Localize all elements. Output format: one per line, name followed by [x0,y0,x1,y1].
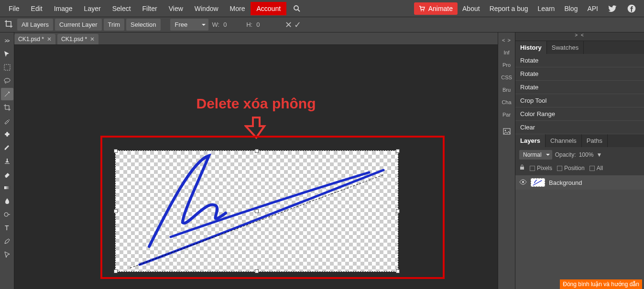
width-value[interactable]: 0 [223,21,242,28]
opacity-value[interactable]: 100% [579,151,594,158]
history-item[interactable]: Crop Tool [515,94,644,107]
menu-select[interactable]: Select [107,2,137,15]
crop-tool[interactable] [1,101,13,114]
image-icon[interactable] [498,124,515,139]
link-report-bug[interactable]: Report a bug [485,2,533,15]
dodge-tool[interactable] [1,208,13,221]
opt-current-layer[interactable]: Current Layer [55,19,101,31]
history-item[interactable]: Rotate [515,54,644,67]
svg-rect-9 [6,132,8,137]
doc-tab-2[interactable]: CK1.psd *✕ [57,34,98,44]
history-item[interactable]: Color Range [515,107,644,121]
svg-rect-10 [4,186,10,189]
svg-rect-15 [520,167,524,170]
mini-tab-properties[interactable]: Pro [498,59,515,71]
lock-all[interactable]: All [589,165,603,171]
tab-history[interactable]: History [515,41,547,54]
cancel-icon[interactable]: ✕ [285,20,292,30]
wand-tool[interactable] [1,88,13,100]
collapse-panels-icon[interactable]: > < [515,32,644,41]
lock-icon [519,164,525,171]
svg-point-0 [294,6,298,10]
menu-more[interactable]: More [224,2,251,15]
search-icon[interactable] [290,3,304,14]
menu-edit[interactable]: Edit [25,2,48,15]
menu-file[interactable]: File [3,2,25,15]
brush-tool[interactable] [1,141,13,154]
facebook-icon[interactable] [622,1,641,16]
marquee-tool[interactable] [1,61,13,74]
menu-image[interactable]: Image [48,2,78,15]
type-tool[interactable]: T [1,222,13,234]
tool-strip: >> T [0,32,14,289]
selection-handle[interactable] [255,209,259,213]
lasso-tool[interactable] [1,75,13,87]
path-select-tool[interactable] [1,248,13,261]
selection-handle[interactable] [255,149,259,153]
mini-tab-brush[interactable]: Bru [498,84,515,96]
mini-panel-header[interactable]: < > [498,34,515,46]
opt-trim[interactable]: Trim [104,19,125,31]
lock-pixels[interactable]: Pixels [530,165,552,171]
options-bar: All Layers Current Layer Trim Selection … [0,17,644,32]
close-icon[interactable]: ✕ [90,36,95,43]
lock-position[interactable]: Position [557,165,585,171]
history-item[interactable]: Rotate [515,67,644,81]
selection-handle[interactable] [114,209,118,213]
blend-mode-select[interactable]: Normal [519,150,552,160]
tab-swatches[interactable]: Swatches [547,41,584,54]
move-tool[interactable] [1,48,13,60]
tab-paths[interactable]: Paths [582,134,608,147]
height-value[interactable]: 0 [256,21,275,28]
opt-selection[interactable]: Selection [126,19,160,31]
eyedropper-tool[interactable] [1,115,13,127]
expand-tools-icon[interactable]: >> [1,34,13,47]
transform-select[interactable]: Free [170,19,208,31]
mini-tab-info[interactable]: Inf [498,47,515,58]
menu-bar: File Edit Image Layer Select Filter View… [0,0,644,17]
visibility-icon[interactable] [519,179,527,186]
menu-view[interactable]: View [163,2,189,15]
selection-handle[interactable] [114,269,118,273]
selection-handle[interactable] [114,149,118,153]
stamp-tool[interactable] [1,155,13,167]
animate-button[interactable]: Animate [414,2,458,15]
mini-tab-paragraph[interactable]: Par [498,109,515,120]
svg-point-7 [9,92,10,93]
width-label: W: [210,21,222,28]
link-blog[interactable]: Blog [559,2,582,15]
menu-window[interactable]: Window [189,2,224,15]
close-icon[interactable]: ✕ [47,36,52,43]
footer-hint[interactable]: Đóng bình luận và hướng dẫn [560,279,642,289]
canvas[interactable] [116,151,398,271]
menu-account[interactable]: Account [251,2,286,15]
tab-channels[interactable]: Channels [546,134,582,147]
selection-handle[interactable] [396,269,400,273]
mini-tab-character[interactable]: Cha [498,96,515,108]
link-learn[interactable]: Learn [533,2,560,15]
eraser-tool[interactable] [1,168,13,181]
heal-tool[interactable] [1,128,13,140]
mini-tab-css[interactable]: CSS [498,72,515,83]
pen-tool[interactable] [1,235,13,247]
link-about[interactable]: About [458,2,485,15]
menu-layer[interactable]: Layer [78,2,107,15]
selection-handle[interactable] [396,209,400,213]
canvas-area[interactable]: Delete xóa phông [14,45,498,289]
menu-filter[interactable]: Filter [137,2,163,15]
history-item[interactable]: Rotate [515,81,644,94]
layer-name[interactable]: Background [549,179,582,186]
chevron-down-icon[interactable]: ▼ [596,151,602,158]
history-item[interactable]: Clear [515,121,644,134]
selection-handle[interactable] [255,269,259,273]
selection-handle[interactable] [396,149,400,153]
twitter-icon[interactable] [603,1,622,16]
link-api[interactable]: API [582,2,603,15]
doc-tab-1[interactable]: CK1.psd *✕ [14,34,55,44]
tab-layers[interactable]: Layers [515,134,546,147]
gradient-tool[interactable] [1,182,13,194]
layer-row[interactable]: Background [515,175,644,190]
opt-all-layers[interactable]: All Layers [17,19,53,31]
blur-tool[interactable] [1,195,13,207]
confirm-icon[interactable]: ✓ [294,20,301,30]
